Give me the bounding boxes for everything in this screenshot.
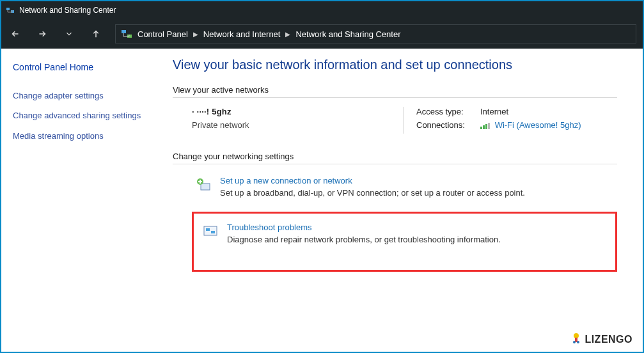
up-button[interactable] (88, 26, 104, 42)
content-area: Control Panel Home Change adapter settin… (1, 49, 643, 352)
chevron-right-icon: ▶ (285, 31, 290, 38)
app-window: Network and Sharing Center Control Panel… (0, 0, 644, 353)
address-bar[interactable]: Control Panel ▶ Network and Internet ▶ N… (115, 24, 636, 43)
network-name: · ····! 5ghz (192, 107, 403, 116)
svg-point-14 (573, 341, 576, 343)
watermark-brand: LIZENGO (570, 333, 632, 347)
sidebar: Control Panel Home Change adapter settin… (1, 49, 161, 352)
setting-link[interactable]: Troubleshoot problems (227, 223, 311, 232)
breadcrumb-item[interactable]: Network and Sharing Center (295, 29, 400, 39)
back-button[interactable] (8, 26, 23, 42)
svg-rect-11 (211, 231, 215, 233)
divider (173, 164, 617, 164)
page-title: View your basic network information and … (173, 58, 617, 72)
breadcrumb-item[interactable]: Network and Internet (203, 29, 281, 39)
sidebar-link-adapter[interactable]: Change adapter settings (13, 90, 150, 102)
section-change-settings: Change your networking settings (173, 152, 617, 161)
main-panel: View your basic network information and … (161, 49, 643, 352)
troubleshoot-icon (201, 223, 219, 240)
setting-troubleshoot[interactable]: Troubleshoot problems Diagnose and repai… (199, 220, 610, 247)
sidebar-link-media-streaming[interactable]: Media streaming options (13, 130, 150, 142)
app-icon (5, 5, 15, 15)
svg-rect-10 (206, 228, 210, 231)
active-network-row: · ····! 5ghz Private network Access type… (173, 107, 617, 134)
svg-point-15 (577, 341, 579, 343)
network-type: Private network (192, 120, 403, 130)
highlight-annotation: Troubleshoot problems Diagnose and repai… (192, 212, 617, 272)
svg-rect-0 (6, 8, 10, 10)
setting-link[interactable]: Set up a new connection or network (220, 176, 352, 185)
access-type-label: Access type: (416, 107, 480, 116)
section-active-networks: View your active networks (173, 85, 617, 95)
divider (173, 97, 617, 98)
forward-button[interactable] (35, 26, 50, 42)
recent-dropdown[interactable] (61, 26, 77, 42)
setting-new-connection[interactable]: Set up a new connection or network Set u… (192, 173, 617, 200)
breadcrumb-item[interactable]: Control Panel (137, 29, 188, 39)
brand-icon (570, 333, 582, 347)
navbar: Control Panel ▶ Network and Internet ▶ N… (1, 19, 643, 49)
svg-point-12 (574, 333, 579, 338)
access-type-value: Internet (480, 107, 508, 116)
titlebar: Network and Sharing Center (1, 1, 643, 19)
chevron-right-icon: ▶ (193, 31, 198, 38)
new-connection-icon (194, 176, 212, 194)
control-panel-icon (121, 28, 132, 40)
connection-link[interactable]: Wi-Fi (Awesome! 5ghz) (495, 120, 581, 130)
svg-rect-7 (201, 184, 210, 190)
setting-desc: Set up a broadband, dial-up, or VPN conn… (220, 188, 525, 198)
svg-rect-5 (122, 30, 126, 33)
connections-label: Connections: (416, 120, 480, 130)
wifi-signal-icon (480, 123, 490, 129)
window-title: Network and Sharing Center (19, 6, 116, 15)
setting-desc: Diagnose and repair network problems, or… (227, 235, 501, 244)
brand-text: LIZENGO (585, 334, 632, 345)
control-panel-home-link[interactable]: Control Panel Home (13, 61, 150, 74)
sidebar-link-advanced-sharing[interactable]: Change advanced sharing settings (13, 110, 150, 122)
